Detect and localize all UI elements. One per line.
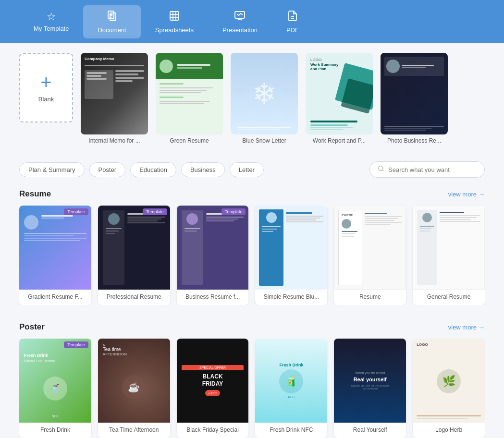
poster-label-realyourself: Real Yourself [334,423,406,438]
resume-label-gradient: Gradient Resume F... [19,290,91,305]
poster-label-blackfriday: Black Friday Special [177,423,249,438]
resume-label-business: Business Resume f... [177,290,249,305]
poster-thumb-tea: A Tea time AFTERNOON ☕ [98,339,170,423]
resume-card-palette[interactable]: Palette [334,206,406,305]
plus-icon: + [40,73,51,92]
resume-card-general[interactable]: General Resume [413,206,485,305]
poster-card-blackfriday[interactable]: SPECIAL OFFER BLACKFRIDAY -30% Black Fri… [177,339,249,438]
top-template-work-report-label: Work Report and P... [311,134,368,147]
poster-label-freshdrink2: Fresh Drink NFC [255,423,327,438]
resume-section-header: Resume view more → [19,189,485,199]
poster-card-logo-herb[interactable]: LOGO 🌿 Logo Herb [413,339,485,438]
resume-thumb-professional: Template [98,206,170,290]
resume-label-palette: Resume [334,290,406,305]
resume-section: Resume view more → Template [19,189,485,305]
template-badge-gradient: Template [64,208,88,215]
nav-bar: ☆ My Template Document Spreadsheets [0,0,504,43]
spreadsheets-icon [169,10,180,24]
top-template-internal-memo-label: Internal Memo for ... [86,134,142,147]
resume-view-more[interactable]: view more → [448,191,485,198]
search-input[interactable] [388,166,477,173]
top-thumb-work-report-img: LOGO Work Summaryand Plan [306,53,373,134]
star-icon: ☆ [47,12,56,22]
nav-spreadsheets[interactable]: Spreadsheets [141,5,208,38]
arrow-right-icon: → [479,191,485,198]
search-icon [378,165,384,174]
svg-point-14 [379,166,383,170]
resume-card-business[interactable]: Template [177,206,249,305]
nav-my-template-label: My Template [34,25,69,32]
top-template-photo-business-label: Photo Business Re... [385,134,443,147]
template-badge-professional: Template [143,208,167,215]
resume-thumb-gradient: Template [19,206,91,290]
top-template-photo-business[interactable]: Photo Business Re... [381,53,448,147]
blank-label: Blank [38,96,54,103]
poster-card-tea[interactable]: A Tea time AFTERNOON ☕ Tea Time Afternoo… [98,339,170,438]
resume-card-gradient[interactable]: Template [19,206,91,305]
poster-thumb-blackfriday: SPECIAL OFFER BLACKFRIDAY -30% [177,339,249,423]
template-badge-fresh-drink: Template [64,341,88,348]
resume-section-title: Resume [19,189,51,199]
nav-document-label: Document [98,26,126,34]
top-template-work-report[interactable]: LOGO Work Summaryand Plan Work Report an… [306,53,373,147]
poster-thumb-realyourself: When you try to find Real yourself Maybe… [334,339,406,423]
nav-my-template[interactable]: ☆ My Template [19,7,83,37]
top-template-internal-memo[interactable]: Company Memo [81,53,148,147]
poster-card-fresh-drink[interactable]: Template Fresh Drink Natural Fruit Healt… [19,339,91,438]
nav-presentation-label: Presentation [222,26,258,34]
top-thumb-internal-memo-img: Company Memo [81,53,148,134]
poster-thumb-logo-herb: LOGO 🌿 [413,339,485,423]
nav-presentation[interactable]: Presentation [208,5,272,38]
resume-thumb-general [413,206,485,290]
top-template-green-resume[interactable]: Green Resume [156,53,223,147]
poster-section-title: Poster [19,322,45,332]
template-badge-business: Template [221,208,246,215]
resume-grid: Template [19,206,485,305]
arrow-right-icon-poster: → [479,324,485,331]
filter-letter[interactable]: Letter [230,162,264,177]
filter-business[interactable]: Business [181,162,225,177]
nav-document[interactable]: Document [83,5,140,38]
resume-card-professional[interactable]: Template [98,206,170,305]
search-box [369,161,485,178]
poster-card-realyourself[interactable]: When you try to find Real yourself Maybe… [334,339,406,438]
poster-label-tea: Tea Time Afternoon [98,423,170,438]
blank-card[interactable]: + Blank [19,53,73,122]
poster-thumb-freshdrink2: Fresh Drink 🧃 NFC [255,339,327,423]
resume-card-simple-blue[interactable]: Simple Resume Blu... [255,206,327,305]
top-thumb-green-resume-img [156,53,223,134]
filter-education[interactable]: Education [130,162,176,177]
top-templates-row: + Blank Company Memo [19,53,485,147]
nav-pdf-label: PDF [286,26,299,34]
filter-poster[interactable]: Poster [89,162,126,177]
filter-plan-summary[interactable]: Plan & Summary [19,162,85,177]
nav-spreadsheets-label: Spreadsheets [155,26,194,34]
poster-grid: Template Fresh Drink Natural Fruit Healt… [19,339,485,438]
resume-thumb-simple-blue [255,206,327,290]
top-template-green-resume-label: Green Resume [168,134,210,147]
poster-view-more[interactable]: view more → [448,324,485,331]
svg-line-15 [382,170,384,171]
resume-label-general: General Resume [413,290,485,305]
resume-label-professional: Professional Resume [98,290,170,305]
top-template-blue-snow-label: Blue Snow Letter [240,134,288,147]
poster-card-freshdrink2[interactable]: Fresh Drink 🧃 NFC Fresh Drink NFC [255,339,327,438]
top-template-blue-snow[interactable]: ❄ Blue Snow Letter [231,53,298,147]
poster-thumb-fresh-drink: Template Fresh Drink Natural Fruit Healt… [19,339,91,423]
top-thumb-blue-snow-img: ❄ [231,53,298,134]
pdf-icon [287,10,298,24]
filter-row: Plan & Summary Poster Education Business… [19,161,485,178]
svg-rect-5 [170,12,179,20]
resume-thumb-palette: Palette [334,206,406,290]
poster-section-header: Poster view more → [19,322,485,332]
presentation-icon [234,10,246,24]
resume-label-simple-blue: Simple Resume Blu... [255,290,327,305]
main-content: + Blank Company Memo [0,43,504,438]
poster-label-fresh-drink: Fresh Drink [19,423,91,438]
nav-pdf[interactable]: PDF [272,5,313,38]
top-thumb-photo-business-img [381,53,448,134]
poster-section: Poster view more → Template Fresh Drink … [19,322,485,438]
poster-label-logo-herb: Logo Herb [413,423,485,438]
resume-thumb-business: Template [177,206,249,290]
document-icon [106,10,118,24]
